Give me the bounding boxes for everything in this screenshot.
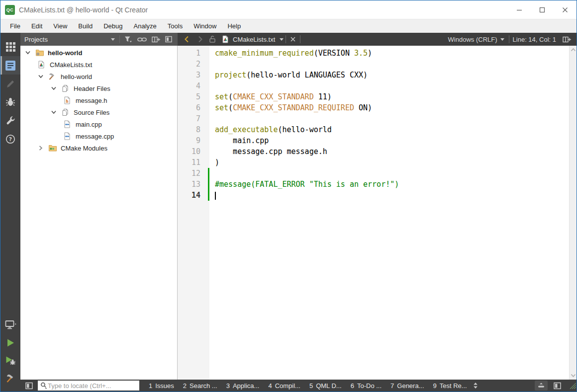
mode-projects-button[interactable] [0,111,20,130]
code-line-6[interactable]: 6set(CMAKE_CXX_STANDARD_REQUIRED ON) [178,102,569,113]
locator-input[interactable] [48,382,137,390]
menu-edit[interactable]: Edit [26,19,48,33]
tree-item-message-cpp[interactable]: message.cpp [20,130,177,142]
tree-item-cmake-modules[interactable]: CMake Modules [20,142,177,154]
mode-help-button[interactable]: ? [0,130,20,148]
output-pane-genera-[interactable]: 7Genera... [386,380,428,392]
line-number[interactable]: 9 [178,135,200,146]
code-line-5[interactable]: 5set(CMAKE_CXX_STANDARD 11) [178,91,569,102]
line-ending-selector[interactable]: Windows (CRLF) [448,36,497,43]
open-document-selector[interactable]: CMakeLists.txt [221,35,284,43]
output-pane-compil-[interactable]: 4Compil... [264,380,305,392]
tree-item-main-cpp[interactable]: main.cpp [20,118,177,130]
line-number[interactable]: 8 [178,124,200,135]
code-editor[interactable]: 1cmake_minimum_required(VERSION 3.5)23pr… [178,46,577,380]
close-document-button[interactable] [288,33,298,46]
code-line-11[interactable]: 11) [178,157,569,168]
kit-selector-button[interactable] [0,316,20,334]
chevron-down-icon[interactable] [50,109,61,116]
menu-view[interactable]: View [48,19,73,33]
line-number[interactable]: 13 [178,179,200,190]
tree-item-message-h[interactable]: hmessage.h [20,94,177,106]
line-number[interactable]: 7 [178,113,200,124]
mode-debug-button[interactable] [0,93,20,111]
output-pane-search-[interactable]: 2Search ... [179,380,222,392]
code-line-7[interactable]: 7 [178,113,569,124]
editor-scrollbar[interactable] [569,46,577,380]
go-back-button[interactable] [181,33,193,46]
split-button[interactable] [149,33,163,46]
tree-item-hello-world[interactable]: hello-world [20,47,177,59]
run-button[interactable] [0,334,20,352]
output-pane-arrows-icon[interactable] [473,382,479,389]
line-number[interactable]: 10 [178,146,200,157]
menu-analyze[interactable]: Analyze [128,19,162,33]
line-number[interactable]: 5 [178,91,200,102]
menu-debug[interactable]: Debug [98,19,128,33]
output-pane-test-re-[interactable]: 9Test Re... [429,380,472,392]
split-editor-button[interactable] [560,36,574,43]
synchronize-with-editor-button[interactable] [135,33,149,46]
mode-design-button[interactable] [0,75,20,93]
code-line-13[interactable]: 13#message(FATAL_ERROR "This is an error… [178,179,569,190]
resize-grip[interactable] [569,382,576,391]
chevron-down-icon[interactable] [24,49,35,56]
filter-button[interactable] [121,33,135,46]
mode-welcome-button[interactable] [0,38,20,56]
code-line-12[interactable]: 12 [178,168,569,179]
debug-run-button[interactable] [0,352,20,370]
scroll-down-icon[interactable] [571,374,576,378]
line-ending-caret-icon[interactable] [497,37,507,41]
mode-edit-button[interactable] [0,56,20,75]
menu-tools[interactable]: Tools [162,19,188,33]
menu-help[interactable]: Help [222,19,246,33]
code-line-10[interactable]: 10 message.cpp message.h [178,146,569,157]
chevron-down-icon[interactable] [50,85,61,92]
line-number[interactable]: 3 [178,70,200,80]
line-number[interactable]: 12 [178,168,200,179]
menu-file[interactable]: File [4,19,26,33]
line-number[interactable]: 4 [178,80,200,91]
line-number[interactable]: 2 [178,59,200,70]
separator [300,35,300,43]
projects-pane-title[interactable]: Projects [24,36,108,43]
change-bar-empty [200,102,209,113]
code-line-9[interactable]: 9 main.cpp [178,135,569,146]
tree-item-source-files[interactable]: Source Files [20,106,177,118]
output-pane-applica-[interactable]: 3Applica... [222,380,264,392]
menu-window[interactable]: Window [188,19,222,33]
go-forward-button[interactable] [193,33,206,46]
code-line-4[interactable]: 4 [178,80,569,91]
locator-box [38,381,139,391]
code-line-2[interactable]: 2 [178,59,569,70]
scroll-up-icon[interactable] [571,48,576,52]
locator-search-icon[interactable] [40,382,48,390]
close-panel-button[interactable] [163,33,175,46]
minimize-button[interactable] [508,0,531,19]
output-pane-to-do-[interactable]: 6To-Do ... [346,380,386,392]
progress-details-toggle[interactable] [535,381,548,391]
chevron-down-icon[interactable] [37,73,48,80]
code-line-1[interactable]: 1cmake_minimum_required(VERSION 3.5) [178,48,569,59]
pane-dropdown-button[interactable] [108,33,118,46]
code-line-8[interactable]: 8add_executable(hello-world [178,124,569,135]
menu-build[interactable]: Build [73,19,98,33]
line-number[interactable]: 1 [178,48,200,59]
tree-item-hello-world[interactable]: hello-world [20,71,177,82]
chevron-right-icon[interactable] [37,145,48,152]
code-line-14[interactable]: 14 [178,190,569,201]
maximize-button[interactable] [531,0,554,19]
output-pane-issues[interactable]: 1Issues [144,380,179,392]
close-window-button[interactable] [554,0,577,19]
tree-item-header-files[interactable]: Header Files [20,82,177,94]
line-number[interactable]: 14 [178,190,200,201]
toggle-right-sidebar-button[interactable] [552,381,563,391]
code-line-3[interactable]: 3project(hello-world LANGUAGES CXX) [178,70,569,80]
toggle-left-sidebar-button[interactable] [23,381,34,391]
output-pane-qml-d-[interactable]: 5QML D... [305,380,346,392]
build-button[interactable] [0,370,20,388]
line-number[interactable]: 11 [178,157,200,168]
line-number[interactable]: 6 [178,102,200,113]
document-dropdown-caret-icon[interactable] [279,37,284,41]
tree-item-cmakelists-txt[interactable]: CMakeLists.txt [20,59,177,71]
